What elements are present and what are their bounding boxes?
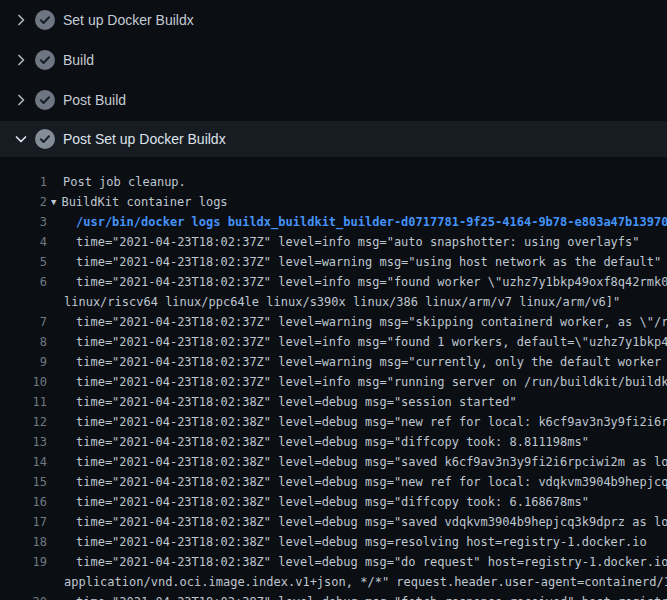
log-line-number[interactable]: 8 bbox=[0, 332, 47, 352]
log-line: 9 time="2021-04-23T18:02:37Z" level=warn… bbox=[0, 352, 667, 372]
log-line-number[interactable]: 5 bbox=[0, 252, 47, 272]
log-line-message: time="2021-04-23T18:02:38Z" level=debug … bbox=[76, 435, 589, 449]
actions-log-viewer: { "colors": { "page_bg": "#0b0e13", "exp… bbox=[0, 0, 667, 600]
chevron-right-icon bbox=[13, 12, 29, 28]
log-line: 14 time="2021-04-23T18:02:38Z" level=deb… bbox=[0, 452, 667, 472]
log-line: 19 time="2021-04-23T18:02:38Z" level=deb… bbox=[0, 552, 667, 572]
log-line-text: time="2021-04-23T18:02:37Z" level=info m… bbox=[47, 332, 667, 352]
log-line-number[interactable]: 11 bbox=[0, 392, 47, 412]
log-line-text: time="2021-04-23T18:02:38Z" level=debug … bbox=[47, 472, 667, 492]
log-line-number[interactable]: 2 bbox=[0, 192, 47, 212]
log-line-text: time="2021-04-23T18:02:38Z" level=debug … bbox=[47, 452, 667, 472]
log-line-message: time="2021-04-23T18:02:38Z" level=debug … bbox=[76, 495, 589, 509]
log-line-number[interactable]: 18 bbox=[0, 532, 47, 552]
log-line-number[interactable]: 9 bbox=[0, 352, 47, 372]
log-line: 18 time="2021-04-23T18:02:38Z" level=deb… bbox=[0, 532, 667, 552]
log-line-text: time="2021-04-23T18:02:38Z" level=debug … bbox=[47, 592, 667, 600]
log-line-message: Post job cleanup. bbox=[63, 175, 186, 189]
log-line-number[interactable]: 1 bbox=[0, 172, 47, 192]
log-line-text: time="2021-04-23T18:02:38Z" level=debug … bbox=[47, 432, 589, 452]
step-label: Build bbox=[63, 52, 94, 68]
group-collapse-triangle-icon[interactable]: ▼ bbox=[51, 192, 56, 212]
log-line: 2 ▼BuildKit container logs bbox=[0, 192, 667, 212]
step-row-build[interactable]: Build bbox=[0, 40, 667, 80]
log-line-number[interactable]: 10 bbox=[0, 372, 47, 392]
log-line-number[interactable]: 4 bbox=[0, 232, 47, 252]
check-circle-icon bbox=[35, 90, 55, 110]
check-circle-icon bbox=[35, 50, 55, 70]
log-line: 8 time="2021-04-23T18:02:37Z" level=info… bbox=[0, 332, 667, 352]
log-line: 12 time="2021-04-23T18:02:38Z" level=deb… bbox=[0, 412, 667, 432]
log-line: application/vnd.oci.image.index.v1+json,… bbox=[0, 572, 667, 592]
log-line-text: time="2021-04-23T18:02:37Z" level=warnin… bbox=[47, 312, 667, 332]
log-line-text: time="2021-04-23T18:02:38Z" level=debug … bbox=[47, 392, 517, 412]
log-line-message: /usr/bin/docker logs buildx_buildkit_bui… bbox=[76, 215, 667, 229]
step-label: Post Set up Docker Buildx bbox=[63, 131, 226, 147]
log-line-text: /usr/bin/docker logs buildx_buildkit_bui… bbox=[47, 212, 667, 232]
log-line-message: time="2021-04-23T18:02:37Z" level=warnin… bbox=[76, 255, 661, 269]
log-line-message: time="2021-04-23T18:02:38Z" level=debug … bbox=[76, 515, 667, 529]
log-line: 15 time="2021-04-23T18:02:38Z" level=deb… bbox=[0, 472, 667, 492]
log-line-number[interactable]: 6 bbox=[0, 272, 47, 292]
log-line-number[interactable]: 12 bbox=[0, 412, 47, 432]
chevron-right-icon bbox=[13, 92, 29, 108]
log-line-message: time="2021-04-23T18:02:37Z" level=info m… bbox=[76, 275, 667, 289]
log-line-message: linux/riscv64 linux/ppc64le linux/s390x … bbox=[64, 295, 620, 309]
log-line-text: time="2021-04-23T18:02:37Z" level=info m… bbox=[47, 272, 667, 292]
log-line: linux/riscv64 linux/ppc64le linux/s390x … bbox=[0, 292, 667, 312]
step-row-post-set-up-docker-buildx[interactable]: Post Set up Docker Buildx bbox=[0, 121, 667, 157]
check-circle-icon bbox=[35, 10, 55, 30]
log-line: 3 /usr/bin/docker logs buildx_buildkit_b… bbox=[0, 212, 667, 232]
chevron-right-icon bbox=[13, 52, 29, 68]
steps-list: Set up Docker Buildx Build Post Build Po… bbox=[0, 0, 667, 157]
step-row-set-up-docker-buildx[interactable]: Set up Docker Buildx bbox=[0, 0, 667, 40]
log-line-message: BuildKit container logs bbox=[61, 195, 227, 209]
log-line-number[interactable]: 13 bbox=[0, 432, 47, 452]
log-line-text: time="2021-04-23T18:02:37Z" level=info m… bbox=[47, 232, 640, 252]
log-line-number[interactable] bbox=[0, 572, 47, 592]
log-line: 4 time="2021-04-23T18:02:37Z" level=info… bbox=[0, 232, 667, 252]
log-line: 6 time="2021-04-23T18:02:37Z" level=info… bbox=[0, 272, 667, 292]
log-line-text: time="2021-04-23T18:02:38Z" level=debug … bbox=[47, 512, 667, 532]
log-line-text: time="2021-04-23T18:02:37Z" level=warnin… bbox=[47, 352, 667, 372]
log-line-message: time="2021-04-23T18:02:38Z" level=debug … bbox=[76, 395, 517, 409]
log-line-text: time="2021-04-23T18:02:37Z" level=info m… bbox=[47, 372, 667, 392]
log-line: 1 Post job cleanup. bbox=[0, 172, 667, 192]
log-line-message: time="2021-04-23T18:02:37Z" level=warnin… bbox=[76, 355, 667, 369]
log-line-text: ▼BuildKit container logs bbox=[47, 192, 228, 212]
log-line-message: time="2021-04-23T18:02:37Z" level=info m… bbox=[76, 235, 640, 249]
log-line-message: time="2021-04-23T18:02:38Z" level=debug … bbox=[76, 475, 667, 489]
log-line: 11 time="2021-04-23T18:02:38Z" level=deb… bbox=[0, 392, 667, 412]
log-line-text: linux/riscv64 linux/ppc64le linux/s390x … bbox=[47, 292, 620, 312]
log-line-text: time="2021-04-23T18:02:37Z" level=warnin… bbox=[47, 252, 661, 272]
log-line: 17 time="2021-04-23T18:02:38Z" level=deb… bbox=[0, 512, 667, 532]
log-output: 1 Post job cleanup. 2 ▼BuildKit containe… bbox=[0, 157, 667, 600]
log-line-number[interactable] bbox=[0, 292, 47, 312]
log-line-text: time="2021-04-23T18:02:38Z" level=debug … bbox=[47, 552, 667, 572]
log-line-text: time="2021-04-23T18:02:38Z" level=debug … bbox=[47, 532, 647, 552]
log-line-number[interactable]: 15 bbox=[0, 472, 47, 492]
log-line-text: time="2021-04-23T18:02:38Z" level=debug … bbox=[47, 492, 589, 512]
log-line-message: application/vnd.oci.image.index.v1+json,… bbox=[64, 575, 667, 589]
log-line: 20 time="2021-04-23T18:02:38Z" level=deb… bbox=[0, 592, 667, 600]
log-line-text: application/vnd.oci.image.index.v1+json,… bbox=[47, 572, 667, 592]
log-line-number[interactable]: 14 bbox=[0, 452, 47, 472]
check-circle-icon bbox=[35, 129, 55, 149]
log-line-message: time="2021-04-23T18:02:38Z" level=debug … bbox=[76, 455, 667, 469]
log-line-number[interactable]: 19 bbox=[0, 552, 47, 572]
log-line-message: time="2021-04-23T18:02:37Z" level=info m… bbox=[76, 335, 667, 349]
log-line-message: time="2021-04-23T18:02:38Z" level=debug … bbox=[76, 535, 647, 549]
step-label: Set up Docker Buildx bbox=[63, 12, 194, 28]
log-line-message: time="2021-04-23T18:02:38Z" level=debug … bbox=[76, 555, 667, 569]
log-line-message: time="2021-04-23T18:02:37Z" level=info m… bbox=[76, 375, 667, 389]
log-line-number[interactable]: 3 bbox=[0, 212, 47, 232]
log-line-number[interactable]: 20 bbox=[0, 592, 47, 600]
log-line: 10 time="2021-04-23T18:02:37Z" level=inf… bbox=[0, 372, 667, 392]
log-line-number[interactable]: 16 bbox=[0, 492, 47, 512]
log-line-number[interactable]: 17 bbox=[0, 512, 47, 532]
log-line: 13 time="2021-04-23T18:02:38Z" level=deb… bbox=[0, 432, 667, 452]
log-line-number[interactable]: 7 bbox=[0, 312, 47, 332]
step-row-post-build[interactable]: Post Build bbox=[0, 80, 667, 120]
log-line-text: time="2021-04-23T18:02:38Z" level=debug … bbox=[47, 412, 667, 432]
log-line-message: time="2021-04-23T18:02:38Z" level=debug … bbox=[76, 595, 667, 600]
